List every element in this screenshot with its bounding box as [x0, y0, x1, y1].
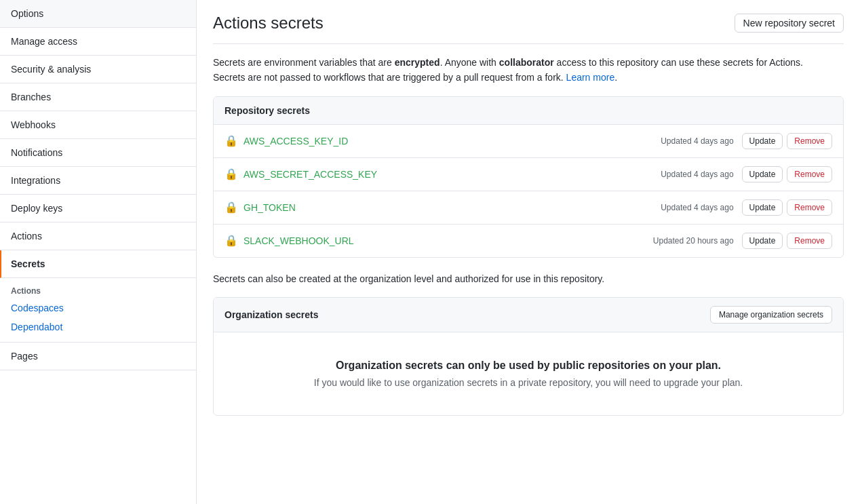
secret-row-slack-webhook: 🔒 SLACK_WEBHOOK_URL Updated 20 hours ago…	[214, 225, 843, 257]
remove-button-slack-webhook[interactable]: Remove	[787, 233, 832, 249]
manage-organization-secrets-button[interactable]: Manage organization secrets	[710, 306, 832, 324]
org-empty-title: Organization secrets can only be used by…	[224, 360, 832, 372]
organization-secrets-section: Organization secrets Manage organization…	[213, 297, 844, 416]
sidebar-item-deploy-keys[interactable]: Deploy keys	[0, 195, 196, 222]
secret-updated-slack-webhook: Updated 20 hours ago	[653, 236, 734, 246]
secret-row-gh-token: 🔒 GH_TOKEN Updated 4 days ago Update Rem…	[214, 191, 843, 225]
repository-secrets-section: Repository secrets 🔒 AWS_ACCESS_KEY_ID U…	[213, 96, 844, 258]
description-block: Secrets are environment variables that a…	[213, 55, 844, 85]
sidebar-sub-section-label: Actions	[0, 278, 196, 298]
desc-text1: Secrets are environment variables that a…	[213, 57, 395, 68]
secret-name-aws-secret-access-key: AWS_SECRET_ACCESS_KEY	[243, 169, 661, 180]
secret-row-aws-access-key: 🔒 AWS_ACCESS_KEY_ID Updated 4 days ago U…	[214, 125, 843, 158]
remove-button-aws-access-key[interactable]: Remove	[787, 133, 832, 149]
page-title: Actions secrets	[213, 14, 324, 33]
org-empty-state: Organization secrets can only be used by…	[214, 332, 843, 415]
sidebar-item-manage-access[interactable]: Manage access	[0, 28, 196, 56]
remove-button-gh-token[interactable]: Remove	[787, 199, 832, 216]
sidebar-sub-group: Actions Codespaces Dependabot	[0, 278, 196, 343]
secret-row-aws-secret-access-key: 🔒 AWS_SECRET_ACCESS_KEY Updated 4 days a…	[214, 158, 843, 191]
sidebar: Options Manage access Security & analysi…	[0, 0, 197, 504]
desc-middle: . Anyone with	[440, 57, 499, 68]
sidebar-item-actions[interactable]: Actions	[0, 222, 196, 250]
sidebar-item-webhooks[interactable]: Webhooks	[0, 111, 196, 139]
secret-updated-aws-secret-access-key: Updated 4 days ago	[661, 170, 733, 179]
page-header: Actions secrets New repository secret	[213, 14, 844, 44]
lock-icon-slack-webhook: 🔒	[224, 234, 238, 247]
update-button-aws-access-key[interactable]: Update	[742, 133, 783, 149]
organization-secrets-header: Organization secrets Manage organization…	[214, 298, 843, 332]
lock-icon-aws-access-key: 🔒	[224, 134, 238, 147]
sidebar-item-security-analysis[interactable]: Security & analysis	[0, 56, 196, 83]
repository-secrets-header: Repository secrets	[214, 97, 843, 125]
secret-updated-aws-access-key: Updated 4 days ago	[661, 136, 733, 146]
sidebar-sub-item-codespaces[interactable]: Codespaces	[0, 298, 196, 317]
organization-secrets-title: Organization secrets	[224, 309, 319, 320]
remove-button-aws-secret-access-key[interactable]: Remove	[787, 166, 832, 182]
sidebar-item-secrets[interactable]: Secrets	[0, 250, 196, 278]
repository-secrets-title: Repository secrets	[224, 105, 310, 116]
org-info-text: Secrets can also be created at the organ…	[213, 271, 844, 286]
sidebar-item-integrations[interactable]: Integrations	[0, 167, 196, 195]
main-content: Actions secrets New repository secret Se…	[197, 0, 860, 504]
secret-name-gh-token: GH_TOKEN	[243, 202, 661, 213]
description-line1: Secrets are environment variables that a…	[213, 55, 844, 70]
new-repository-secret-button[interactable]: New repository secret	[735, 14, 844, 33]
sidebar-sub-item-dependabot[interactable]: Dependabot	[0, 317, 196, 336]
sidebar-item-options[interactable]: Options	[0, 0, 196, 28]
sidebar-item-branches[interactable]: Branches	[0, 83, 196, 111]
desc-collaborator: collaborator	[499, 57, 554, 68]
org-empty-desc: If you would like to use organization se…	[224, 377, 832, 388]
desc-line2-text: Secrets are not passed to workflows that…	[213, 72, 564, 83]
update-button-slack-webhook[interactable]: Update	[742, 233, 783, 249]
secret-name-aws-access-key: AWS_ACCESS_KEY_ID	[243, 136, 661, 147]
lock-icon-aws-secret-access-key: 🔒	[224, 168, 238, 180]
update-button-gh-token[interactable]: Update	[742, 199, 783, 216]
secret-name-slack-webhook: SLACK_WEBHOOK_URL	[243, 235, 653, 246]
secret-updated-gh-token: Updated 4 days ago	[661, 203, 733, 212]
update-button-aws-secret-access-key[interactable]: Update	[742, 166, 783, 182]
desc-end: access to this repository can use these …	[554, 57, 803, 68]
lock-icon-gh-token: 🔒	[224, 201, 238, 214]
learn-more-link[interactable]: Learn more	[566, 72, 615, 83]
sidebar-item-pages[interactable]: Pages	[0, 343, 196, 370]
description-line2: Secrets are not passed to workflows that…	[213, 70, 844, 85]
sidebar-item-notifications[interactable]: Notifications	[0, 139, 196, 167]
desc-encrypted: encrypted	[395, 57, 440, 68]
